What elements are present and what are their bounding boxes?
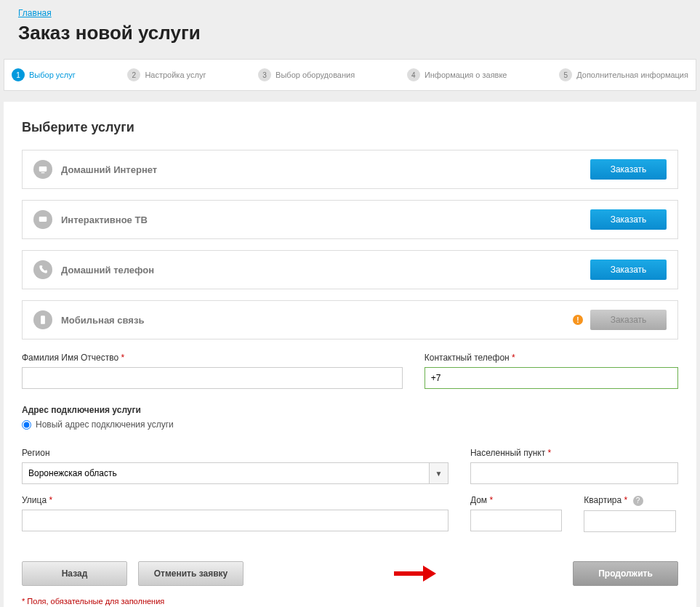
steps-bar: 1 Выбор услуг 2 Настройка услуг 3 Выбор … — [4, 59, 696, 91]
order-internet-button[interactable]: Заказать — [590, 159, 667, 180]
new-address-radio-input[interactable] — [22, 420, 31, 430]
footer-buttons: Назад Отменить заявку Продолжить — [22, 561, 678, 586]
step-5[interactable]: 5 Дополнительная информация — [559, 68, 688, 81]
warning-icon: ! — [573, 315, 583, 325]
fio-label: Фамилия Имя Отчество * — [22, 353, 403, 363]
service-name: Мобильная связь — [61, 315, 573, 326]
step-number: 2 — [127, 68, 140, 81]
phone-label: Контактный телефон * — [425, 353, 678, 363]
svg-rect-1 — [41, 172, 45, 173]
step-number: 1 — [12, 68, 25, 81]
order-tv-button[interactable]: Заказать — [590, 209, 667, 230]
region-input[interactable] — [22, 462, 430, 484]
step-3[interactable]: 3 Выбор оборудования — [258, 68, 355, 81]
service-tv: Интерактивное ТВ Заказать — [22, 200, 678, 239]
step-number: 3 — [258, 68, 271, 81]
svg-rect-0 — [39, 166, 47, 172]
required-footnote: * Поля, обязательные для заполнения — [22, 597, 678, 606]
step-2[interactable]: 2 Настройка услуг — [127, 68, 206, 81]
order-mobile-button: Заказать — [590, 310, 667, 330]
fio-input[interactable] — [22, 367, 403, 389]
main-panel: Выберите услуги Домашний Интернет Заказа… — [4, 102, 696, 607]
page-header: Главная Заказ новой услуги — [0, 0, 700, 59]
continue-button[interactable]: Продолжить — [573, 561, 678, 586]
cancel-button[interactable]: Отменить заявку — [138, 561, 244, 586]
flat-label: Квартира * ? — [584, 495, 675, 506]
service-phone: Домашний телефон Заказать — [22, 250, 678, 289]
new-address-radio[interactable]: Новый адрес подключения услуги — [22, 419, 678, 430]
breadcrumb-home[interactable]: Главная — [18, 8, 52, 18]
step-4[interactable]: 4 Информация о заявке — [407, 68, 507, 81]
service-home-internet: Домашний Интернет Заказать — [22, 150, 678, 189]
region-dropdown-button[interactable]: ▼ — [430, 462, 448, 484]
radio-label: Новый адрес подключения услуги — [36, 419, 174, 430]
step-number: 5 — [559, 68, 572, 81]
svg-point-5 — [42, 322, 43, 323]
service-mobile: Мобильная связь ! Заказать — [22, 300, 678, 339]
step-number: 4 — [407, 68, 420, 81]
tv-icon — [33, 210, 52, 229]
phone-input[interactable] — [425, 367, 678, 389]
region-label: Регион — [22, 448, 448, 458]
mobile-icon — [33, 310, 52, 329]
service-name: Интерактивное ТВ — [61, 214, 590, 225]
back-button[interactable]: Назад — [22, 561, 127, 586]
street-input[interactable] — [22, 510, 448, 531]
flat-input[interactable] — [584, 510, 675, 532]
step-label: Дополнительная информация — [576, 71, 688, 79]
step-1[interactable]: 1 Выбор услуг — [12, 68, 76, 81]
section-title: Выберите услуги — [22, 120, 678, 135]
help-icon[interactable]: ? — [633, 496, 643, 506]
step-label: Выбор услуг — [29, 71, 76, 79]
arrow-annotation — [394, 571, 423, 576]
step-label: Выбор оборудования — [275, 71, 355, 79]
phone-icon — [33, 260, 52, 279]
house-label: Дом * — [470, 495, 562, 505]
internet-icon — [33, 160, 52, 179]
city-input[interactable] — [470, 462, 678, 484]
step-label: Настройка услуг — [145, 71, 206, 79]
svg-rect-4 — [41, 315, 45, 324]
city-label: Населенный пункт * — [470, 448, 678, 458]
street-label: Улица * — [22, 495, 448, 505]
page-title: Заказ новой услуги — [18, 22, 682, 44]
order-phone-button[interactable]: Заказать — [590, 260, 667, 280]
service-name: Домашний Интернет — [61, 164, 590, 175]
address-section-title: Адрес подключения услуги — [22, 405, 678, 415]
house-input[interactable] — [470, 510, 562, 531]
service-name: Домашний телефон — [61, 265, 590, 276]
step-label: Информация о заявке — [425, 71, 507, 79]
